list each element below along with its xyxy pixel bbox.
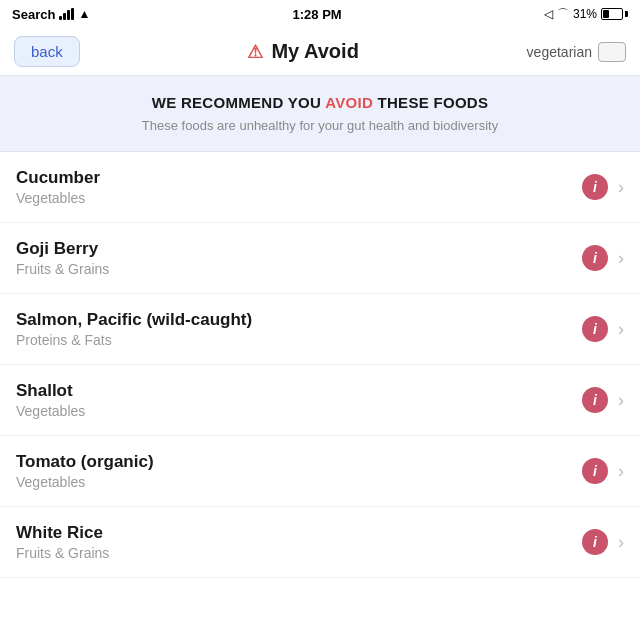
battery-percent: 31% (573, 7, 597, 21)
page-title: My Avoid (271, 40, 358, 63)
info-button[interactable]: i (582, 387, 608, 413)
food-list: Cucumber Vegetables i › Goji Berry Fruit… (0, 152, 640, 578)
chevron-right-icon: › (618, 390, 624, 411)
status-time: 1:28 PM (293, 7, 342, 22)
recommendation-banner: WE RECOMMEND YOU AVOID THESE FOODS These… (0, 76, 640, 152)
food-name: Shallot (16, 381, 582, 401)
food-category: Vegetables (16, 190, 582, 206)
food-list-item[interactable]: Shallot Vegetables i › (0, 365, 640, 436)
food-list-item[interactable]: Salmon, Pacific (wild-caught) Proteins &… (0, 294, 640, 365)
food-actions: i › (582, 458, 624, 484)
food-name: Salmon, Pacific (wild-caught) (16, 310, 582, 330)
info-button[interactable]: i (582, 174, 608, 200)
food-actions: i › (582, 387, 624, 413)
chevron-right-icon: › (618, 248, 624, 269)
food-name: Cucumber (16, 168, 582, 188)
status-right: ◁ ⌒ 31% (544, 6, 628, 23)
rec-title-avoid: AVOID (325, 94, 373, 111)
food-info: Tomato (organic) Vegetables (16, 452, 582, 490)
rec-subtitle: These foods are unhealthy for your gut h… (20, 117, 620, 135)
signal-icon (59, 8, 74, 20)
food-info: Cucumber Vegetables (16, 168, 582, 206)
nav-filter: vegetarian (527, 42, 626, 62)
rec-title-prefix: WE RECOMMEND YOU (152, 94, 325, 111)
info-button[interactable]: i (582, 245, 608, 271)
filter-label: vegetarian (527, 44, 592, 60)
chevron-right-icon: › (618, 532, 624, 553)
nav-title: ⚠ My Avoid (247, 40, 358, 63)
food-actions: i › (582, 174, 624, 200)
chevron-right-icon: › (618, 177, 624, 198)
food-name: Goji Berry (16, 239, 582, 259)
food-list-item[interactable]: White Rice Fruits & Grains i › (0, 507, 640, 578)
food-list-item[interactable]: Tomato (organic) Vegetables i › (0, 436, 640, 507)
food-info: Salmon, Pacific (wild-caught) Proteins &… (16, 310, 582, 348)
location-icon: ◁ (544, 7, 553, 21)
food-name: White Rice (16, 523, 582, 543)
food-actions: i › (582, 529, 624, 555)
headphones-icon: ⌒ (557, 6, 569, 23)
chevron-right-icon: › (618, 319, 624, 340)
food-category: Vegetables (16, 403, 582, 419)
status-bar: Search ▲ 1:28 PM ◁ ⌒ 31% (0, 0, 640, 28)
food-category: Proteins & Fats (16, 332, 582, 348)
food-info: Goji Berry Fruits & Grains (16, 239, 582, 277)
wifi-icon: ▲ (78, 7, 90, 21)
food-info: White Rice Fruits & Grains (16, 523, 582, 561)
nav-bar: back ⚠ My Avoid vegetarian (0, 28, 640, 76)
chevron-right-icon: › (618, 461, 624, 482)
app-name-label: Search (12, 7, 55, 22)
rec-title-suffix: THESE FOODS (373, 94, 488, 111)
food-actions: i › (582, 245, 624, 271)
food-category: Fruits & Grains (16, 261, 582, 277)
info-button[interactable]: i (582, 458, 608, 484)
food-category: Vegetables (16, 474, 582, 490)
back-button[interactable]: back (14, 36, 80, 67)
battery-icon (601, 8, 628, 20)
info-button[interactable]: i (582, 529, 608, 555)
food-category: Fruits & Grains (16, 545, 582, 561)
food-list-item[interactable]: Goji Berry Fruits & Grains i › (0, 223, 640, 294)
info-button[interactable]: i (582, 316, 608, 342)
vegetarian-toggle[interactable] (598, 42, 626, 62)
food-list-item[interactable]: Cucumber Vegetables i › (0, 152, 640, 223)
alert-icon: ⚠ (247, 41, 263, 63)
status-app-name: Search ▲ (12, 7, 90, 22)
food-name: Tomato (organic) (16, 452, 582, 472)
food-info: Shallot Vegetables (16, 381, 582, 419)
rec-title: WE RECOMMEND YOU AVOID THESE FOODS (20, 94, 620, 111)
food-actions: i › (582, 316, 624, 342)
